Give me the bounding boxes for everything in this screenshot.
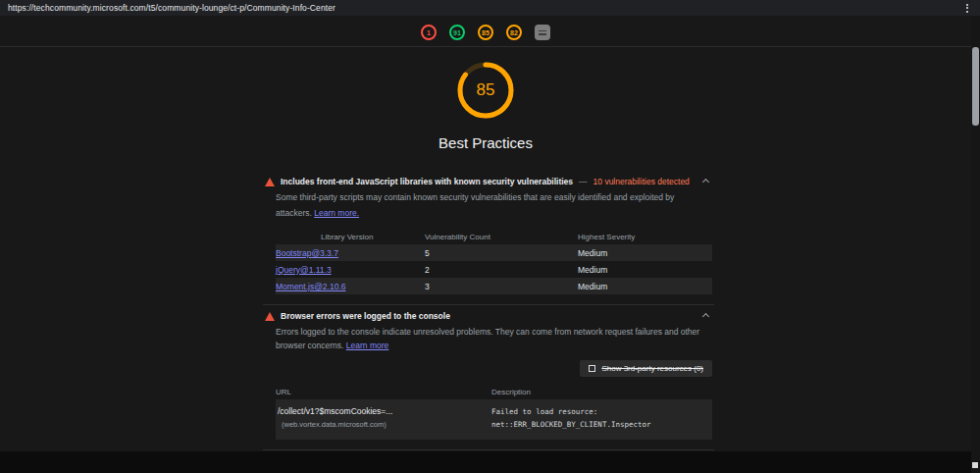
- audit-separator: —: [579, 177, 588, 186]
- gauge-score-value: 85: [455, 60, 516, 121]
- checkbox-icon[interactable]: [589, 365, 595, 372]
- audit-console-errors-header[interactable]: Browser errors were logged to the consol…: [263, 305, 714, 326]
- scrollbar-track[interactable]: [971, 16, 980, 473]
- score-seo[interactable]: 82: [506, 25, 522, 40]
- audit-display-value: 10 vulnerabilities detected: [593, 177, 690, 186]
- lighthouse-report: 1 91 85 82 85 Best Practices Includes fr…: [0, 16, 980, 451]
- audit-description: Errors logged to the console indicate un…: [276, 327, 699, 350]
- filter-row: Show 3rd-party resources (0): [276, 360, 712, 377]
- console-errors-table: URL Description /collect/v1?$mscomCookie…: [276, 385, 712, 440]
- col-description: Description: [491, 388, 712, 396]
- error-url-host: (web.vortex.data.microsoft.com): [276, 420, 491, 429]
- page-url[interactable]: https://techcommunity.microsoft.com/t5/c…: [8, 3, 962, 13]
- table-row: Moment.js@2.10.6 3 Medium: [276, 278, 712, 294]
- vulnerability-count: 5: [425, 248, 578, 258]
- category-title: Best Practices: [438, 134, 533, 151]
- chevron-up-icon[interactable]: [702, 178, 709, 184]
- third-party-filter[interactable]: Show 3rd-party resources (0): [580, 360, 712, 377]
- vulnerability-count: 2: [425, 265, 578, 275]
- table-header-row: URL Description: [276, 385, 712, 399]
- best-practices-gauge: 85: [455, 60, 516, 121]
- error-url: /collect/v1?$mscomCookies=...: [276, 406, 491, 416]
- library-link[interactable]: Moment.js@2.10.6: [276, 282, 345, 291]
- audit-title: Includes front-end JavaScript libraries …: [281, 177, 573, 186]
- vulnerable-libraries-table: Library Version Vulnerability Count High…: [276, 229, 712, 294]
- library-link[interactable]: Bootstrap@3.3.7: [276, 248, 338, 258]
- vulnerability-count: 3: [425, 282, 578, 291]
- score-performance[interactable]: 1: [421, 25, 437, 40]
- filter-label: Show 3rd-party resources (0): [601, 364, 703, 373]
- score-best-practices[interactable]: 85: [478, 25, 493, 40]
- warning-triangle-icon: [265, 312, 275, 321]
- pwa-badge-icon[interactable]: [535, 25, 550, 40]
- scrollbar-corner: [972, 462, 978, 468]
- chevron-up-icon[interactable]: [702, 313, 709, 320]
- table-header-row: Library Version Vulnerability Count High…: [276, 229, 712, 244]
- audit-list: Includes front-end JavaScript libraries …: [263, 171, 714, 450]
- audit-vulnerable-libraries-body: Some third-party scripts may contain kno…: [263, 191, 714, 294]
- scrollbar-thumb[interactable]: [972, 47, 979, 126]
- severity: Medium: [578, 248, 712, 258]
- col-vulnerability-count: Vulnerability Count: [425, 233, 578, 241]
- bottom-divider: [263, 449, 714, 450]
- error-description-line: net::ERR_BLOCKED_BY_CLIENT.Inspector: [491, 419, 712, 432]
- col-library-version: Library Version: [276, 233, 425, 241]
- score-accessibility[interactable]: 91: [449, 25, 465, 40]
- scores-divider: [0, 46, 971, 47]
- audit-console-errors-body: Errors logged to the console indicate un…: [263, 326, 714, 440]
- col-url: URL: [276, 388, 491, 396]
- table-row: /collect/v1?$mscomCookies=... (web.vorte…: [276, 399, 712, 440]
- library-link[interactable]: jQuery@1.11.3: [276, 265, 332, 275]
- error-description-line: Failed to load resource:: [491, 406, 712, 419]
- gauge-section: 85 Best Practices: [0, 60, 971, 151]
- learn-more-link[interactable]: Learn more: [346, 341, 388, 350]
- severity: Medium: [578, 282, 712, 291]
- warning-triangle-icon: [265, 178, 275, 186]
- kebab-menu-icon[interactable]: [962, 2, 972, 15]
- table-row: Bootstrap@3.3.7 5 Medium: [276, 244, 712, 261]
- browser-url-bar: https://techcommunity.microsoft.com/t5/c…: [0, 0, 980, 16]
- learn-more-link[interactable]: Learn more.: [314, 207, 359, 221]
- table-row: jQuery@1.11.3 2 Medium: [276, 261, 712, 278]
- audit-vulnerable-libraries-header[interactable]: Includes front-end JavaScript libraries …: [263, 171, 714, 191]
- col-highest-severity: Highest Severity: [578, 233, 712, 241]
- audit-title: Browser errors were logged to the consol…: [281, 311, 450, 321]
- category-scores-row: 1 91 85 82: [0, 22, 971, 43]
- severity: Medium: [578, 265, 712, 275]
